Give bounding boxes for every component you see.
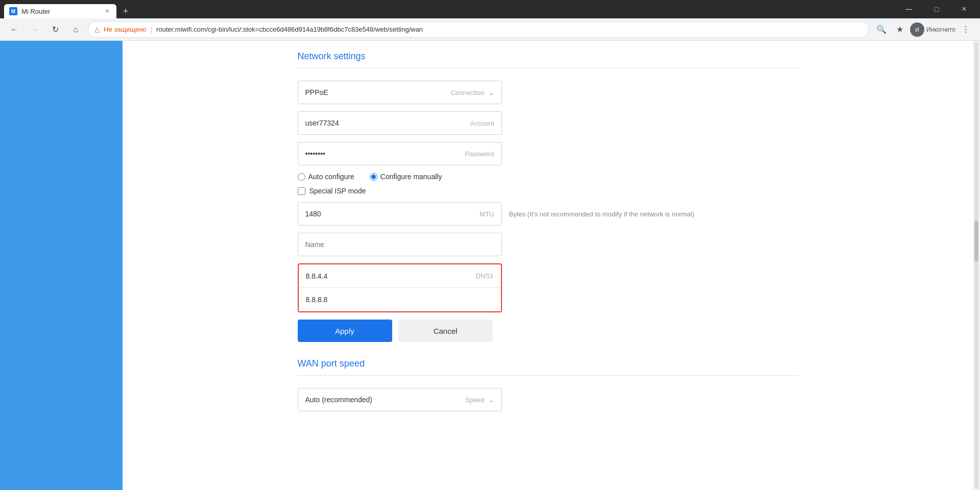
dns1-field: DNS1 [299,264,501,288]
account-input[interactable] [305,119,466,127]
mtu-input[interactable] [305,210,476,218]
connection-right: Connection ⌄ [451,89,494,96]
minimize-button[interactable]: ─ [897,1,921,17]
content-wrapper: Network settings PPPoE Connection ⌄ Acco… [277,41,819,432]
dns2-field [299,288,501,311]
maximize-button[interactable]: □ [925,1,948,17]
url-separator: | [151,26,152,33]
account-field-row: Account [298,111,502,135]
menu-button[interactable]: ⋮ [958,21,974,38]
scrollbar-inner[interactable] [974,42,978,489]
connection-dropdown[interactable]: PPPoE Connection ⌄ [298,81,502,104]
password-input[interactable] [305,150,461,158]
account-label: Account [470,119,494,127]
tab-bar: M Mi Router × + [4,0,133,18]
special-isp-group: Special ISP mode [298,187,798,195]
account-group: Account [298,111,798,135]
wan-port-speed-title: WAN port speed [298,358,798,376]
tab-title: Mi Router [21,8,50,15]
manual-configure-radio[interactable] [370,173,377,181]
security-icon: △ [94,26,100,33]
scrollbar-thumb[interactable] [974,220,978,261]
name-group [298,233,798,256]
password-group: Password [298,142,798,165]
connection-label: Connection [451,89,485,96]
cancel-button[interactable]: Cancel [398,320,493,342]
page-layout: Network settings PPPoE Connection ⌄ Acco… [0,41,980,490]
speed-dropdown[interactable]: Auto (recommended) Speed ⌄ [298,388,502,411]
chevron-down-icon: ⌄ [489,89,494,96]
nav-right-controls: 🔍 ★ И Инкогнито ⋮ [873,21,974,38]
url-bar[interactable]: △ Не защищено | router.miwifi.com/cgi-bi… [88,21,869,38]
sidebar [0,41,123,490]
url-text[interactable]: router.miwifi.com/cgi-bin/luci/;stok=cbc… [156,26,863,33]
wan-port-speed-section: WAN port speed Auto (recommended) Speed … [298,358,798,411]
auto-configure-radio[interactable] [298,173,305,181]
network-settings-title: Network settings [298,51,798,68]
mtu-row: MTU Bytes (It's not recommended to modif… [298,202,798,226]
back-button[interactable]: ← [6,21,22,38]
tab-close-button[interactable]: × [103,7,111,15]
browser-tab[interactable]: M Mi Router × [4,4,116,18]
dns2-input[interactable] [306,296,494,304]
password-label: Password [465,150,494,158]
auto-configure-option[interactable]: Auto configure [298,173,354,181]
speed-right: Speed ⌄ [465,396,494,404]
mtu-field-row: MTU [298,202,502,226]
apply-button[interactable]: Apply [298,320,392,342]
speed-label: Speed [465,396,485,404]
auto-configure-label: Auto configure [308,173,354,181]
password-field-row: Password [298,142,502,165]
speed-value: Auto (recommended) [305,396,373,404]
manual-configure-label: Configure manually [380,173,442,181]
incognito-label: Инкогнито [926,26,955,33]
profile-button[interactable]: И [910,22,924,37]
main-content: Network settings PPPoE Connection ⌄ Acco… [123,41,973,490]
new-tab-button[interactable]: + [118,4,133,18]
nav-bar: ← → ↻ ⌂ △ Не защищено | router.miwifi.co… [0,18,980,41]
security-label: Не защищено [104,26,147,33]
dns1-input[interactable] [306,272,472,280]
manual-configure-option[interactable]: Configure manually [370,173,442,181]
close-button[interactable]: × [952,1,976,17]
mtu-label: MTU [480,210,494,218]
forward-button[interactable]: → [27,21,43,38]
special-isp-checkbox[interactable] [298,187,305,195]
dns1-label: DNS1 [476,272,494,280]
button-row: Apply Cancel [298,320,798,342]
scrollbar-track[interactable] [973,41,980,490]
name-field-row [298,233,502,256]
refresh-button[interactable]: ↻ [47,21,63,38]
connection-value: PPPoE [305,88,328,96]
mtu-note: Bytes (It's not recommended to modify if… [509,210,695,218]
connection-group: PPPoE Connection ⌄ [298,81,798,104]
browser-chrome: M Mi Router × + ─ □ × [0,0,980,18]
bookmark-button[interactable]: ★ [892,21,908,38]
name-input[interactable] [305,240,494,249]
speed-chevron-icon: ⌄ [489,396,494,404]
search-button[interactable]: 🔍 [873,21,890,38]
home-button[interactable]: ⌂ [67,21,84,38]
tab-favicon: M [9,7,17,15]
special-isp-label: Special ISP mode [309,187,366,195]
configure-radio-group: Auto configure Configure manually [298,173,798,181]
dns-container: DNS1 [298,263,502,312]
